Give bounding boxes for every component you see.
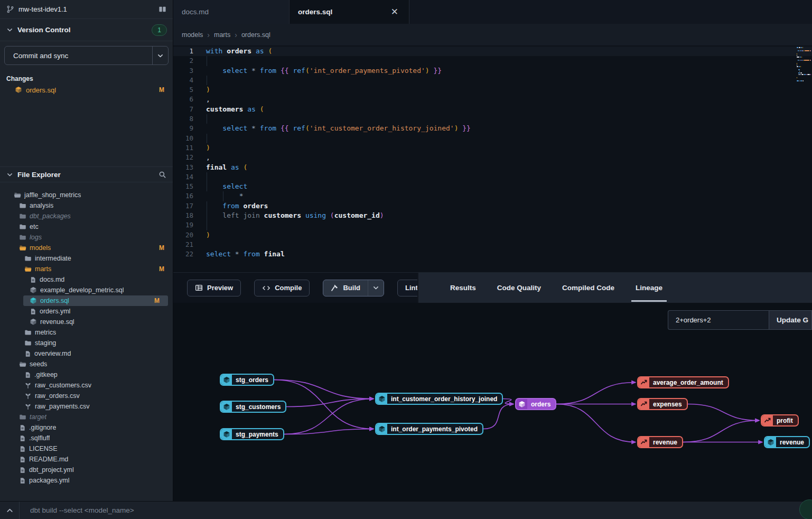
lineage-node-stg_orders[interactable]: stg_orders bbox=[220, 374, 274, 386]
tab-code-quality[interactable]: Code Quality bbox=[490, 273, 548, 303]
command-input[interactable] bbox=[20, 506, 812, 514]
tab-orders-sql[interactable]: orders.sql ✕ bbox=[290, 0, 409, 24]
lineage-node-average_order_amount[interactable]: average_order_amount bbox=[637, 376, 729, 388]
tree-item-staging[interactable]: staging bbox=[0, 338, 173, 348]
tree-item-marts[interactable]: martsM bbox=[0, 264, 173, 274]
lineage-node-expenses[interactable]: expenses bbox=[637, 398, 688, 410]
lineage-node-stg_customers[interactable]: stg_customers bbox=[220, 401, 286, 413]
metric-chart-icon bbox=[638, 437, 649, 447]
tree-item-metrics[interactable]: metrics bbox=[0, 327, 173, 338]
tab-docs-md[interactable]: docs.md bbox=[173, 0, 290, 24]
tree-item-raw-customers-csv[interactable]: raw_customers.csv bbox=[0, 380, 173, 391]
lineage-node-revenue_metric[interactable]: revenue bbox=[637, 436, 683, 448]
minimap[interactable] bbox=[797, 47, 811, 82]
node-label: profit bbox=[773, 415, 798, 425]
tree-item-label: raw_customers.csv bbox=[35, 382, 91, 389]
code-line: 7customers as ( bbox=[173, 105, 812, 114]
commit-options-button[interactable] bbox=[152, 47, 168, 64]
line-number: 19 bbox=[173, 220, 193, 230]
file-icon bbox=[30, 276, 36, 283]
commit-and-sync-button[interactable]: Commit and sync bbox=[4, 46, 169, 65]
lineage-node-profit[interactable]: profit bbox=[761, 414, 799, 427]
lineage-node-stg_payments[interactable]: stg_payments bbox=[220, 428, 284, 440]
tree-item-readme-md[interactable]: README.md bbox=[0, 454, 173, 465]
tab-results[interactable]: Results bbox=[443, 273, 483, 303]
file-explorer-section-toggle[interactable]: File Explorer bbox=[0, 166, 173, 182]
build-button[interactable]: Build bbox=[323, 280, 384, 296]
node-label: stg_orders bbox=[232, 375, 273, 385]
node-label: revenue bbox=[649, 437, 682, 447]
tab-lineage[interactable]: Lineage bbox=[628, 273, 670, 303]
model-cube-icon bbox=[516, 399, 527, 409]
tree-item-target[interactable]: target bbox=[0, 412, 173, 422]
code-line: 10 bbox=[173, 134, 812, 143]
modified-badge: M bbox=[154, 297, 160, 304]
preview-button[interactable]: Preview bbox=[187, 280, 241, 296]
line-number: 8 bbox=[173, 114, 193, 124]
breadcrumb-item[interactable]: models bbox=[182, 31, 203, 39]
line-number: 9 bbox=[173, 124, 193, 133]
cube-icon bbox=[30, 318, 37, 326]
expand-command-bar-icon[interactable] bbox=[0, 506, 19, 514]
line-number: 18 bbox=[173, 211, 193, 220]
tree-item-seeds[interactable]: seeds bbox=[0, 359, 173, 369]
lineage-panel: Update G stg_ordersstg_customersstg_paym… bbox=[173, 303, 812, 501]
version-control-section-toggle[interactable]: Version Control 1 bbox=[0, 19, 173, 41]
breadcrumb-separator-icon: › bbox=[235, 31, 237, 39]
tree-item-docs-md[interactable]: docs.md bbox=[0, 274, 173, 285]
tree-item-raw-payments-csv[interactable]: raw_payments.csv bbox=[0, 401, 173, 412]
lineage-node-revenue_model[interactable]: revenue bbox=[764, 436, 810, 448]
cube-icon bbox=[30, 286, 37, 294]
line-number: 12 bbox=[173, 153, 193, 162]
code-line: 15 select bbox=[173, 182, 812, 191]
tree-item--gitkeep[interactable]: .gitkeep bbox=[0, 369, 173, 380]
tree-item-raw-orders-csv[interactable]: raw_orders.csv bbox=[0, 391, 173, 401]
breadcrumb-item[interactable]: marts bbox=[214, 31, 230, 39]
tree-item--gitignore[interactable]: .gitignore bbox=[0, 422, 173, 433]
tree-item-overview-md[interactable]: overview.md bbox=[0, 348, 173, 359]
tree-item-orders-sql[interactable]: orders.sqlM bbox=[23, 295, 168, 306]
code-editor[interactable]: 1with orders as (23 select * from {{ ref… bbox=[173, 45, 812, 272]
tree-item-intermediate[interactable]: intermediate bbox=[0, 253, 173, 264]
tree-item-orders-yml[interactable]: orders.yml bbox=[0, 306, 173, 317]
tab-label: Results bbox=[450, 284, 476, 292]
build-options-button[interactable] bbox=[368, 280, 384, 296]
tree-item-revenue-sql[interactable]: revenue.sql bbox=[0, 317, 173, 327]
close-tab-icon[interactable]: ✕ bbox=[389, 6, 400, 17]
tree-item-packages-yml[interactable]: packages.yml bbox=[0, 475, 173, 486]
tree-item-jaffle-shop-metrics[interactable]: jaffle_shop_metrics bbox=[0, 190, 173, 200]
update-graph-button[interactable]: Update G bbox=[769, 310, 812, 330]
tab-compiled-code[interactable]: Compiled Code bbox=[555, 273, 622, 303]
folder-icon bbox=[19, 202, 26, 209]
lineage-selector-input[interactable] bbox=[668, 310, 769, 330]
metric-chart-icon bbox=[762, 415, 773, 425]
tree-item-models[interactable]: modelsM bbox=[0, 243, 173, 253]
tree-item-logs[interactable]: logs bbox=[0, 232, 173, 243]
tab-label: Compiled Code bbox=[562, 284, 614, 292]
file-icon bbox=[24, 350, 31, 357]
tree-item-analysis[interactable]: analysis bbox=[0, 200, 173, 211]
lineage-node-int_customer_order_history_joined[interactable]: int_customer_order_history_joined bbox=[375, 393, 503, 405]
tree-item-example-develop-metric-sql[interactable]: example_develop_metric.sql bbox=[0, 285, 173, 295]
file-explorer-title: File Explorer bbox=[17, 171, 158, 179]
tabstrip-filler bbox=[409, 0, 812, 24]
lineage-node-int_order_payments_pivoted[interactable]: int_order_payments_pivoted bbox=[375, 423, 483, 435]
node-label: expenses bbox=[649, 399, 687, 409]
tree-item-etc[interactable]: etc bbox=[0, 221, 173, 232]
tree-item-dbt-packages[interactable]: dbt_packages bbox=[0, 211, 173, 221]
tree-item--sqlfluff[interactable]: .sqlfluff bbox=[0, 433, 173, 443]
lineage-graph[interactable]: stg_ordersstg_customersstg_paymentsint_c… bbox=[173, 303, 812, 501]
tree-item-dbt-project-yml[interactable]: dbt_project.yml bbox=[0, 465, 173, 475]
model-cube-icon bbox=[221, 429, 232, 439]
folder-icon bbox=[19, 212, 26, 220]
changes-label: Changes bbox=[0, 70, 173, 84]
line-number: 14 bbox=[173, 172, 193, 182]
search-icon[interactable] bbox=[158, 171, 166, 179]
changed-file-orders-sql[interactable]: orders.sql M bbox=[0, 84, 173, 96]
panels-toggle-icon[interactable] bbox=[158, 5, 166, 13]
tree-item-label: .sqlfluff bbox=[29, 434, 50, 442]
lineage-node-orders[interactable]: orders bbox=[515, 398, 556, 410]
tree-item-license[interactable]: LICENSE bbox=[0, 443, 173, 454]
breadcrumb-item[interactable]: orders.sql bbox=[241, 31, 270, 39]
compile-button[interactable]: Compile bbox=[254, 280, 310, 296]
